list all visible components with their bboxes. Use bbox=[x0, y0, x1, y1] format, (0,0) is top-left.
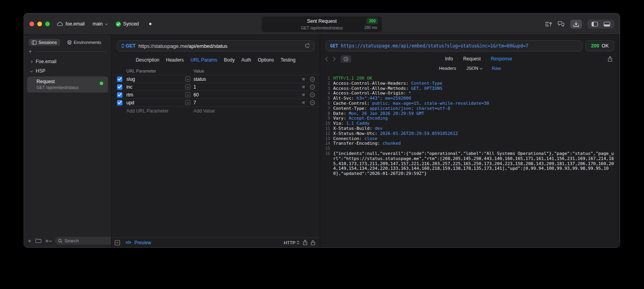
param-value-cell[interactable]: 60 bbox=[193, 92, 302, 98]
response-tab-request[interactable]: Request bbox=[463, 56, 481, 62]
add-value-placeholder[interactable]: Add Value bbox=[193, 108, 215, 114]
param-name-cell[interactable]: rtm bbox=[126, 92, 185, 98]
add-param-row[interactable]: Add URL Parameter Add Value bbox=[111, 107, 320, 115]
request-list-item-selected[interactable]: Request GET /api/embed/status bbox=[27, 76, 108, 93]
request-summary-pill[interactable]: Sent Request 200 GET /api/embed/status 2… bbox=[262, 16, 382, 32]
request-tab-description[interactable]: Description bbox=[136, 57, 159, 63]
line-number: 15 bbox=[323, 146, 330, 151]
main-content: Sessions Environments + Foe.email bbox=[24, 35, 620, 247]
tree-item-hsp[interactable]: HSP bbox=[24, 66, 111, 76]
request-tab-body[interactable]: Body bbox=[224, 57, 235, 63]
request-tab-options[interactable]: Options bbox=[258, 57, 274, 63]
tab-environments[interactable]: Environments bbox=[64, 39, 104, 46]
response-tab-info[interactable]: Info bbox=[445, 56, 453, 62]
preview-button[interactable]: Preview bbox=[134, 240, 151, 245]
minimize-window-button[interactable] bbox=[37, 22, 42, 26]
close-window-button[interactable] bbox=[29, 22, 34, 26]
session-tree: Foe.email HSP Request GET /api/embed/sta… bbox=[24, 56, 111, 94]
request-item-subtitle: GET /api/embed/status bbox=[36, 85, 104, 90]
remove-param-icon[interactable] bbox=[310, 92, 315, 98]
remove-param-icon[interactable] bbox=[310, 84, 315, 90]
header-name: Content-Type: bbox=[333, 106, 370, 111]
response-line-text: Vary: Accept-Encoding bbox=[333, 116, 614, 121]
drag-handle-icon[interactable]: ≡ bbox=[302, 93, 305, 97]
method-selector[interactable]: GET bbox=[121, 43, 136, 49]
param-value-cell[interactable]: 7 bbox=[193, 100, 302, 105]
add-param-placeholder[interactable]: Add URL Parameter bbox=[126, 108, 185, 114]
drag-handle-icon[interactable]: ≡ bbox=[302, 77, 305, 81]
chevron-right-icon bbox=[30, 60, 33, 63]
sync-status-label: Synced bbox=[123, 21, 139, 27]
param-value-cell[interactable]: status bbox=[193, 76, 302, 82]
refresh-icon[interactable] bbox=[305, 43, 310, 49]
http-version-selector[interactable]: HTTP bbox=[284, 240, 299, 245]
drag-handle-icon[interactable]: ≡ bbox=[302, 101, 305, 105]
param-name-cell[interactable]: upd bbox=[126, 100, 185, 105]
header-value: * bbox=[409, 91, 411, 96]
tree-item-foe-email[interactable]: Foe.email bbox=[24, 57, 111, 66]
toggle-bottom-panel-icon[interactable] bbox=[604, 22, 610, 27]
new-folder-icon[interactable] bbox=[35, 238, 42, 243]
param-name-cell[interactable]: inc bbox=[126, 84, 185, 90]
history-clock-icon[interactable] bbox=[341, 55, 351, 63]
response-line: 16{"incidents":null,"overall":{"code":"o… bbox=[323, 151, 614, 176]
request-tab-url-params[interactable]: URL Params bbox=[190, 57, 217, 63]
method-stepper-icon bbox=[121, 44, 124, 48]
tab-environments-label: Environments bbox=[74, 40, 101, 45]
header-name: Date: bbox=[333, 111, 349, 116]
param-value-cell[interactable]: 1 bbox=[193, 84, 302, 90]
remove-param-icon[interactable] bbox=[310, 100, 315, 105]
chevron-down-icon bbox=[49, 239, 52, 242]
tab-sessions-label: Sessions bbox=[38, 40, 57, 45]
http-label: HTTP bbox=[284, 240, 296, 245]
reorder-icon[interactable] bbox=[545, 21, 552, 27]
add-request-icon[interactable]: + bbox=[28, 238, 31, 243]
param-row: inc=1≡ bbox=[111, 83, 320, 91]
request-item-name: Request bbox=[36, 78, 104, 85]
response-subtab-raw[interactable]: Raw bbox=[492, 66, 501, 71]
param-checkbox-checked[interactable] bbox=[117, 84, 122, 90]
tab-sessions[interactable]: Sessions bbox=[29, 39, 60, 46]
export-response-icon[interactable] bbox=[606, 55, 614, 63]
param-checkbox-checked[interactable] bbox=[117, 76, 122, 82]
add-session-icon[interactable]: + bbox=[29, 49, 32, 54]
response-nav-row: InfoRequestResponse bbox=[320, 54, 620, 64]
list-options-icon[interactable]: ≡ bbox=[46, 238, 51, 244]
back-icon[interactable] bbox=[325, 56, 328, 62]
expand-console-icon[interactable] bbox=[115, 240, 120, 245]
request-tab-testing[interactable]: Testing bbox=[281, 57, 296, 63]
drag-handle-icon[interactable]: ≡ bbox=[302, 85, 305, 89]
sync-status-button[interactable]: Synced bbox=[116, 21, 139, 27]
response-line-text: {"incidents":null,"overall":{"code":"ope… bbox=[333, 151, 614, 176]
column-header-value: Value bbox=[193, 69, 316, 73]
response-tab-response[interactable]: Response bbox=[491, 56, 512, 62]
comments-icon[interactable] bbox=[558, 21, 565, 27]
param-checkbox-checked[interactable] bbox=[117, 100, 122, 105]
request-url-field[interactable]: GET https://statuspage.me/api/embed/stat… bbox=[117, 40, 314, 51]
sent-method: GET bbox=[330, 43, 338, 49]
branch-selector[interactable]: main bbox=[93, 21, 107, 27]
response-subtab-headers[interactable]: Headers bbox=[439, 66, 456, 71]
sent-url: https://statuspage.me/api/embed/status?s… bbox=[341, 43, 529, 49]
header-name: Vary: bbox=[333, 116, 349, 121]
line-number: 5 bbox=[323, 96, 330, 101]
lock-icon[interactable] bbox=[311, 240, 315, 245]
unsaved-indicator-dot bbox=[149, 23, 151, 25]
request-tab-headers[interactable]: Headers bbox=[166, 57, 184, 63]
zoom-window-button[interactable] bbox=[45, 22, 50, 26]
cloud-project-button[interactable]: foe.email bbox=[57, 21, 85, 27]
header-value: 1.1 Caddy bbox=[346, 121, 370, 126]
param-name-cell[interactable]: slug bbox=[126, 76, 185, 82]
request-tab-auth[interactable]: Auth bbox=[241, 57, 251, 63]
equals-icon: = bbox=[185, 84, 190, 89]
toggle-sidebar-icon[interactable] bbox=[591, 22, 598, 27]
response-subtab-json[interactable]: JSON bbox=[466, 66, 482, 71]
status-code-badge: 200 bbox=[367, 18, 378, 24]
header-value: 2026-01-26T20:29:59.859105261Z bbox=[380, 131, 458, 136]
sidebar-footer: + ≡ bbox=[24, 236, 111, 247]
share-icon[interactable] bbox=[303, 240, 308, 245]
import-tray-icon[interactable] bbox=[570, 20, 582, 29]
remove-param-icon[interactable] bbox=[310, 76, 315, 82]
param-checkbox-checked[interactable] bbox=[117, 92, 122, 98]
forward-icon[interactable] bbox=[333, 56, 336, 62]
